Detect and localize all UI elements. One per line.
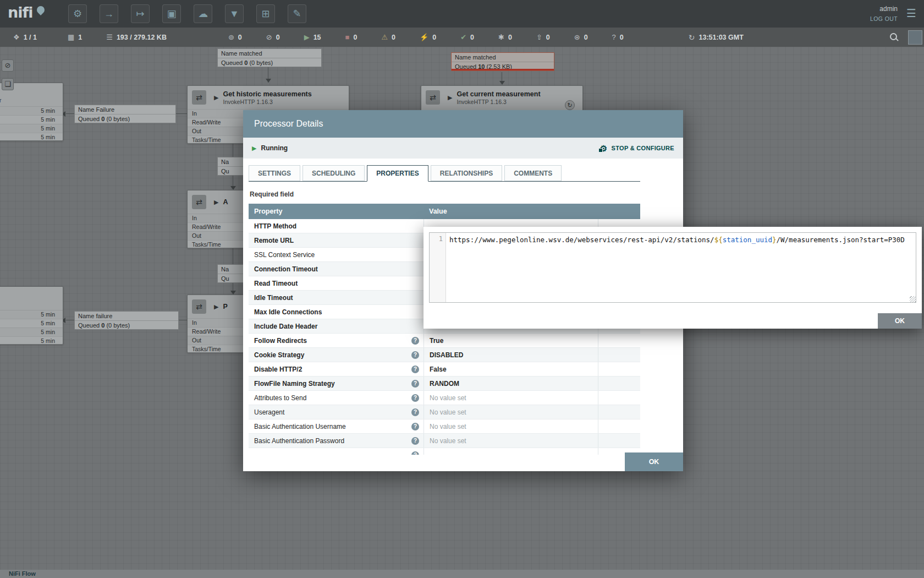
table-row[interactable]: FlowFile Naming Strategy?RANDOM (249, 377, 640, 391)
property-extra-cell (598, 377, 640, 390)
code-segment: /W/measurements.json?start=P30D (777, 236, 905, 244)
property-value: No value set (424, 391, 598, 405)
process-group-icon[interactable]: ▣ (162, 4, 181, 23)
value-editor-textarea[interactable]: 1 https://www.pegelonline.wsv.de/webserv… (429, 232, 916, 303)
help-icon[interactable]: ? (411, 394, 419, 402)
search-icon[interactable] (890, 33, 898, 41)
funnel-icon[interactable]: ▼ (225, 4, 244, 23)
remote-process-group-icon[interactable]: ☁ (194, 4, 212, 23)
connection-label-matched-queued[interactable]: Name matched Queued 10 (2.53 KB) (451, 52, 554, 71)
stat-value: 5 min (41, 107, 55, 115)
search-area (890, 30, 924, 45)
help-icon[interactable]: ? (411, 423, 419, 430)
property-name: HTTP Method (249, 219, 424, 233)
template-icon[interactable]: ⊞ (256, 4, 275, 23)
property-name-text: Include Date Header (254, 319, 317, 333)
required-field-note: Required field (250, 190, 294, 198)
help-icon[interactable]: ? (411, 437, 419, 445)
logout-link[interactable]: LOG OUT (870, 15, 898, 22)
processor-offscreen-bottom[interactable]: In5 min Read/Write5 min Out5 min Tasks/T… (0, 286, 63, 345)
stat-label: Tasks/Time (192, 136, 221, 144)
property-name-text: Attributes to Send (254, 391, 306, 405)
connection-queued-label: Queued (221, 59, 243, 66)
connection-queued-count: 0 (101, 322, 105, 329)
status-item-locally-modified-stale: ⊛0 (574, 34, 588, 41)
stat-label: Read/Write (192, 328, 221, 336)
status-count-stopped: 0 (353, 34, 357, 41)
tab-settings[interactable]: SETTINGS (249, 165, 300, 181)
global-menu-icon[interactable]: ☰ (906, 7, 916, 20)
remote-not-transmitting-icon: ⊘ (266, 34, 272, 41)
help-icon[interactable]: ? (411, 337, 419, 345)
connection-queued-label: Qu (221, 168, 229, 175)
stat-value: 5 min (41, 319, 55, 328)
property-extra-cell (598, 419, 640, 433)
processor-type-fragment: r (0, 97, 2, 103)
header-user-area: admin LOG OUT (870, 5, 898, 22)
help-icon[interactable]: ? (411, 366, 419, 373)
connection-label-failure-bottom[interactable]: Name failure Queued 0 (0 bytes) (74, 311, 179, 330)
table-row[interactable]: Useragent?No value set (249, 405, 640, 419)
property-name: Disable HTTP/2? (249, 362, 424, 376)
label-icon[interactable]: ✎ (288, 4, 306, 23)
connection-line (233, 248, 233, 264)
processor-type: InvokeHTTP 1.16.3 (457, 99, 540, 105)
breadcrumb[interactable]: NiFi Flow (0, 570, 924, 578)
status-count-up-to-date: 0 (470, 34, 474, 41)
property-name-text: Read Timeout (254, 276, 298, 290)
processor-stats: In5 min Read/Write5 min Out5 min Tasks/T… (0, 310, 63, 345)
table-row[interactable]: ? (249, 448, 640, 455)
tab-comments[interactable]: COMMENTS (504, 165, 562, 181)
help-icon[interactable]: ? (411, 351, 419, 359)
connection-queued-size: (0 bytes) (106, 116, 130, 122)
table-row[interactable]: Cookie Strategy?DISABLED (249, 348, 640, 362)
table-row[interactable]: Follow Redirects?True (249, 334, 640, 348)
invalid-icon: ⚠ (381, 34, 388, 41)
property-name-text: Follow Redirects (254, 334, 307, 347)
input-port-icon[interactable]: → (100, 4, 118, 23)
connection-label-matched[interactable]: Name matched Queued 0 (0 bytes) (217, 48, 322, 67)
connection-queued-size: (2.53 KB) (487, 63, 512, 70)
grid-icon: ▦ (68, 34, 74, 41)
processor-offscreen-top[interactable]: r In5 min Read/Write5 min Out5 min Tasks… (0, 83, 63, 141)
resize-handle-icon[interactable] (910, 296, 916, 302)
current-user: admin (870, 5, 898, 13)
connection-label-failure-top[interactable]: Name Failure Queued 0 (0 bytes) (74, 105, 176, 123)
table-row[interactable]: Attributes to Send?No value set (249, 391, 640, 405)
connection-line (233, 175, 233, 187)
help-icon[interactable]: ? (411, 451, 419, 455)
tag-icon[interactable]: ❏ (2, 78, 14, 90)
processor-icon[interactable]: ⚙ (68, 4, 87, 23)
help-icon[interactable]: ? (411, 408, 419, 416)
refresh-icon[interactable]: ↻ (689, 33, 695, 42)
run-state-icon: ▶ (448, 94, 452, 101)
table-row[interactable]: Basic Authentication Username?No value s… (249, 419, 640, 434)
queued-icon: ☰ (106, 34, 113, 41)
stopped-icon: ■ (345, 34, 350, 41)
cluster-icon: ❖ (13, 34, 20, 41)
editor-ok-button[interactable]: OK (878, 313, 922, 329)
property-value: False (424, 362, 598, 376)
help-icon[interactable]: ? (411, 380, 419, 388)
stat-label: In (192, 110, 197, 118)
table-row[interactable]: Basic Authentication Password?No value s… (249, 434, 640, 448)
output-port-icon[interactable]: ↦ (131, 4, 150, 23)
column-extra (598, 204, 640, 219)
status-right-box[interactable] (908, 30, 922, 45)
status-count-disabled: 0 (432, 34, 436, 41)
dialog-ok-button[interactable]: OK (625, 452, 683, 471)
ghost-icon[interactable]: ⊘ (2, 59, 14, 72)
tab-relationships[interactable]: RELATIONSHIPS (431, 165, 502, 181)
tab-scheduling[interactable]: SCHEDULING (302, 165, 365, 181)
status-item-sync-failure: ?0 (612, 34, 624, 41)
locally-modified-stale-icon: ⊛ (574, 34, 580, 41)
column-value: Value (424, 204, 598, 219)
stop-and-configure-button[interactable]: ⚙ STOP & CONFIGURE (600, 144, 674, 152)
property-value: DISABLED (424, 348, 598, 362)
stat-value: 5 min (41, 337, 55, 345)
editor-code-line[interactable]: https://www.pegelonline.wsv.de/webservic… (446, 233, 916, 302)
disabled-icon: ⚡ (420, 34, 428, 41)
table-row[interactable]: Disable HTTP/2?False (249, 362, 640, 377)
property-name-text: Max Idle Connections (254, 305, 322, 319)
tab-properties[interactable]: PROPERTIES (367, 165, 428, 182)
